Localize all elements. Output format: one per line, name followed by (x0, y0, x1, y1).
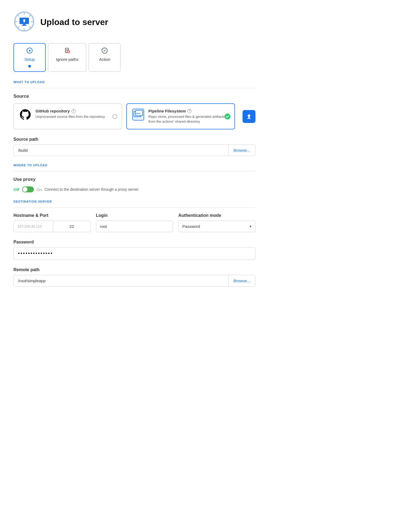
destination-server-divider (13, 207, 255, 208)
tabs-container: Setup Ignore paths Action (13, 43, 255, 72)
login-input[interactable] (96, 221, 173, 232)
source-path-input-wrap: Browse... (13, 144, 255, 156)
svg-line-5 (17, 15, 19, 17)
port-input[interactable] (53, 221, 90, 232)
source-card-github[interactable]: GitHub repository ? Unprocessed source f… (13, 103, 122, 129)
github-radio[interactable] (112, 114, 117, 119)
setup-tab-icon (26, 47, 33, 55)
pfs-icon: PFS (132, 109, 144, 121)
remote-path-browse-button[interactable]: Browse... (228, 275, 255, 286)
ignore-paths-tab-icon (64, 47, 70, 55)
remote-path-input-wrap: Browse... (13, 275, 255, 287)
svg-rect-24 (247, 118, 251, 119)
source-card-pipeline[interactable]: PFS Pipeline Filesystem ? Repo clone, pr… (126, 103, 235, 129)
password-label: Password (13, 240, 255, 245)
pipeline-info-icon[interactable]: ? (187, 109, 192, 113)
github-icon (19, 109, 31, 121)
use-proxy-section: Use proxy Off On Connect to the destinat… (13, 177, 255, 192)
login-field: Login (96, 213, 173, 232)
tab-setup-label: Setup (24, 57, 35, 62)
hostname-field: Hostname & Port (13, 213, 91, 232)
destination-server-label: DESTINATION SERVER (13, 200, 255, 203)
destination-server-section: DESTINATION SERVER Hostname & Port Login… (13, 200, 255, 287)
svg-line-7 (29, 15, 31, 17)
auth-mode-select[interactable]: Password SSH Key (178, 221, 255, 232)
page-logo-icon (13, 11, 35, 33)
auth-mode-field: Authentication mode Password SSH Key (178, 213, 255, 232)
tab-action-label: Action (99, 57, 111, 62)
tab-setup[interactable]: Setup (13, 43, 46, 72)
hostname-input[interactable] (14, 221, 53, 232)
github-card-desc: Unprocessed source files from the reposi… (35, 114, 116, 119)
hostname-row (13, 221, 91, 232)
proxy-toggle-on-label: On (37, 187, 42, 192)
page-header: Upload to server (13, 11, 255, 33)
remote-path-input[interactable] (14, 275, 228, 286)
source-path-group: Source path Browse... (13, 137, 255, 156)
password-input[interactable] (13, 247, 255, 260)
what-to-upload-section: WHAT TO UPLOAD Source GitHub repository … (13, 80, 255, 156)
source-heading: Source (13, 94, 255, 99)
svg-text:PFS: PFS (136, 112, 141, 115)
use-proxy-heading: Use proxy (13, 177, 255, 182)
tab-action[interactable]: Action (88, 43, 121, 72)
proxy-toggle-off-label: Off (13, 187, 19, 192)
proxy-toggle-switch[interactable] (22, 186, 34, 192)
remote-path-label: Remote path (13, 267, 255, 272)
destination-fields-grid: Hostname & Port Login Authentication mod… (13, 213, 255, 232)
tab-ignore-paths-label: Ignore paths (56, 57, 78, 62)
where-to-upload-label: WHERE TO UPLOAD (13, 164, 255, 167)
upload-fab-button[interactable] (243, 110, 255, 123)
tab-ignore-paths[interactable]: Ignore paths (48, 43, 86, 72)
action-tab-icon (101, 47, 108, 55)
proxy-toggle-row: Off On Connect to the destination server… (13, 186, 255, 192)
github-card-title: GitHub repository (35, 109, 70, 113)
source-path-label: Source path (13, 137, 255, 142)
source-path-input[interactable] (14, 145, 228, 156)
svg-line-6 (29, 26, 31, 28)
pipeline-card-desc: Repo clone, processed files & generated … (148, 114, 229, 124)
password-field-group: Password (13, 240, 255, 260)
where-to-upload-section: WHERE TO UPLOAD Use proxy Off On Connect… (13, 164, 255, 192)
svg-line-8 (17, 26, 19, 28)
what-to-upload-label: WHAT TO UPLOAD (13, 80, 255, 84)
page-title: Upload to server (40, 17, 108, 27)
source-path-browse-button[interactable]: Browse... (228, 145, 255, 156)
proxy-toggle-desc: Connect to the destination server throug… (45, 187, 138, 192)
pipeline-check-icon (224, 113, 231, 120)
auth-mode-label: Authentication mode (178, 213, 255, 218)
svg-marker-14 (29, 50, 31, 52)
where-to-upload-divider (13, 171, 255, 171)
what-to-upload-divider (13, 88, 255, 88)
auth-mode-select-wrap: Password SSH Key (178, 221, 255, 232)
remote-path-group: Remote path Browse... (13, 267, 255, 287)
hostname-label: Hostname & Port (13, 213, 91, 218)
login-label: Login (96, 213, 173, 218)
svg-rect-11 (22, 25, 27, 26)
pipeline-card-title: Pipeline Filesystem (148, 109, 186, 113)
svg-point-23 (225, 114, 230, 119)
github-info-icon[interactable]: ? (72, 109, 76, 113)
